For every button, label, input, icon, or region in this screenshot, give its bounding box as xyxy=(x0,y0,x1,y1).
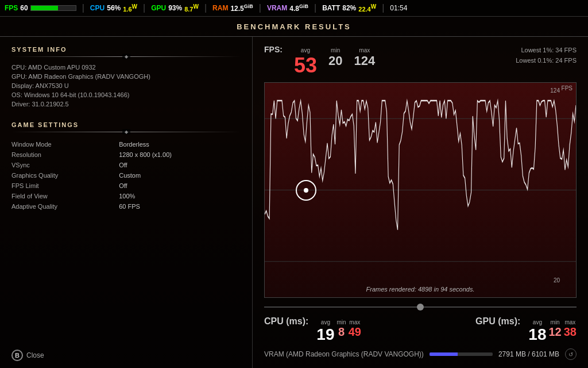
lowest1-stat: Lowest 1%: 34 FPS xyxy=(516,45,577,56)
setting-value: Off xyxy=(114,160,241,170)
settings-row: Resolution1280 x 800 (x1.00) xyxy=(11,150,241,160)
fps-max-group: max 124 xyxy=(354,47,375,68)
chart-fps-label: FPS xyxy=(562,85,572,91)
vram-bar-fill xyxy=(430,352,458,356)
slider-bar[interactable] xyxy=(264,302,577,312)
divider2: | xyxy=(143,3,145,13)
right-panel: FPS: avg 53 min 20 max 124 Lowest xyxy=(253,37,588,368)
os-info: OS: Windows 10 64-bit (10.0.19043.1466) xyxy=(11,91,241,98)
fps-avg-value: 53 xyxy=(294,53,317,78)
setting-key: Graphics Quality xyxy=(11,170,114,181)
slider-thumb xyxy=(417,304,424,310)
hud-fps: FPS 60 xyxy=(5,4,76,12)
gpu-label: GPU xyxy=(151,4,166,12)
setting-key: Adaptive Quality xyxy=(11,201,114,212)
fps-min-group: min 20 xyxy=(328,47,342,68)
divider5: | xyxy=(314,3,316,13)
cpu-ms-group: CPU (ms): avg 19 min 8 max 49 xyxy=(264,316,361,344)
chart-circle-inner xyxy=(304,188,308,193)
setting-key: FPS Limit xyxy=(11,181,114,191)
system-info-title: SYSTEM INFO xyxy=(11,46,241,53)
gpu-pct: 93% xyxy=(168,4,182,12)
gpu-ms-avg-group: avg 18 xyxy=(528,319,546,344)
cpu-ms-values: avg 19 min 8 max 49 xyxy=(316,319,361,344)
setting-value: 100% xyxy=(114,191,241,201)
settings-row: FPS LimitOff xyxy=(11,181,241,191)
batt-power: 22.4W xyxy=(358,3,376,13)
settings-row: Adaptive Quality60 FPS xyxy=(11,201,241,212)
fps-main-stats: FPS: avg 53 min 20 max 124 xyxy=(264,45,375,78)
gpu-ms-values: avg 18 min 12 max 38 xyxy=(528,319,577,344)
content-area: SYSTEM INFO CPU: AMD Custom APU 0932 GPU… xyxy=(0,37,588,368)
settings-row: Field of View100% xyxy=(11,191,241,201)
cpu-ms-avg-group: avg 19 xyxy=(316,319,334,344)
chart-mid-label: 20 xyxy=(554,277,560,283)
fps-chart: FPS 124 20 xyxy=(264,82,577,298)
game-settings-divider xyxy=(11,132,241,132)
hud-gpu: GPU 93% 8.7W xyxy=(151,3,199,13)
benchmark-title: BENCHMARK RESULTS xyxy=(237,22,351,31)
fps-stats-row: FPS: avg 53 min 20 max 124 Lowest xyxy=(264,45,577,78)
cpu-ms-max-group: max 49 xyxy=(349,319,361,339)
hud-time: 01:54 xyxy=(390,4,407,12)
setting-value: Off xyxy=(114,181,241,191)
fps-label: FPS xyxy=(5,4,18,12)
settings-row: Window ModeBorderless xyxy=(11,139,241,150)
vram-bar-container xyxy=(430,352,493,356)
fps-min-value: 20 xyxy=(328,53,342,68)
cpu-ms-label: CPU (ms): xyxy=(264,316,308,327)
game-settings-title: GAME SETTINGS xyxy=(11,121,241,128)
divider4: | xyxy=(259,3,261,13)
system-info-divider xyxy=(11,56,241,57)
setting-key: Resolution xyxy=(11,150,114,160)
vram-value: 2791 MB / 6101 MB xyxy=(498,350,559,358)
b-button[interactable]: B xyxy=(11,350,23,361)
close-label: Close xyxy=(26,351,44,359)
cpu-power: 1.6W xyxy=(123,3,137,13)
fps-min-label: min xyxy=(331,47,340,53)
lowest01-stat: Lowest 0.1%: 24 FPS xyxy=(516,56,577,66)
hud-ram: RAM 12.5GiB xyxy=(212,3,253,13)
cpu-ms-min: 8 xyxy=(338,325,345,339)
vram-hud-label: VRAM xyxy=(267,4,287,12)
cpu-ms-min-group: min 8 xyxy=(337,319,346,339)
left-panel: SYSTEM INFO CPU: AMD Custom APU 0932 GPU… xyxy=(0,37,253,368)
main-overlay: BENCHMARK RESULTS SYSTEM INFO CPU: AMD C… xyxy=(0,17,588,368)
cpu-pct: 56% xyxy=(107,4,121,12)
gpu-ms-min-group: min 12 xyxy=(549,319,562,339)
gpu-info: GPU: AMD Radeon Graphics (RADV VANGOGH) xyxy=(11,73,241,80)
hud-bar: FPS 60 | CPU 56% 1.6W | GPU 93% 8.7W | R… xyxy=(0,0,588,17)
chart-max-label: 124 xyxy=(550,87,560,94)
cpu-label: CPU xyxy=(90,4,105,12)
gpu-ms-label: GPU (ms): xyxy=(475,316,520,327)
system-info-section: SYSTEM INFO CPU: AMD Custom APU 0932 GPU… xyxy=(11,46,241,108)
game-settings-section: GAME SETTINGS Window ModeBorderlessResol… xyxy=(11,121,241,212)
gpu-ms-avg: 18 xyxy=(528,325,546,344)
divider3: | xyxy=(204,3,207,13)
ms-section: CPU (ms): avg 19 min 8 max 49 xyxy=(264,316,577,344)
batt-label: BATT xyxy=(322,4,340,12)
ram-value: 12.5GiB xyxy=(230,3,253,13)
fps-percentile-stats: Lowest 1%: 34 FPS Lowest 0.1%: 24 FPS xyxy=(516,45,577,66)
settings-row: Graphics QualityCustom xyxy=(11,170,241,181)
gpu-ms-group: GPU (ms): avg 18 min 12 max 38 xyxy=(475,316,577,344)
setting-key: Field of View xyxy=(11,191,114,201)
vram-label: VRAM (AMD Radeon Graphics (RADV VANGOGH)… xyxy=(264,350,424,358)
fps-value: 60 xyxy=(20,4,28,12)
fps-avg-label: avg xyxy=(301,47,310,53)
vram-hud-value: 4.8GiB xyxy=(289,3,308,13)
benchmark-title-bar: BENCHMARK RESULTS xyxy=(0,17,588,37)
close-button-area[interactable]: B Close xyxy=(11,350,44,361)
display-info: Display: ANX7530 U xyxy=(11,82,241,89)
fps-label-right: FPS: xyxy=(264,45,283,54)
cpu-info: CPU: AMD Custom APU 0932 xyxy=(11,64,241,71)
slider-track xyxy=(264,306,577,308)
setting-value: Borderless xyxy=(114,139,241,150)
fps-bar-fill xyxy=(31,6,58,10)
fps-bar-graph xyxy=(30,5,76,11)
setting-value: 60 FPS xyxy=(114,201,241,212)
hud-batt: BATT 82% 22.4W xyxy=(322,3,376,13)
cpu-ms-avg: 19 xyxy=(316,325,334,344)
fps-max-label: max xyxy=(359,47,370,53)
gpu-ms-min: 12 xyxy=(549,325,562,339)
